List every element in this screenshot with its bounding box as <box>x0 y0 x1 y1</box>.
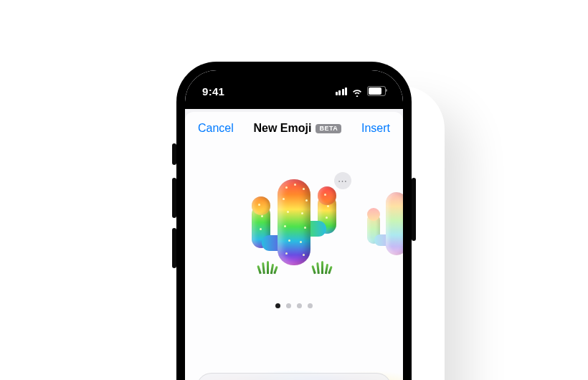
page-dot[interactable] <box>286 303 291 308</box>
emoji-preview-1[interactable] <box>244 174 344 281</box>
page-dots[interactable] <box>275 303 313 308</box>
sheet-title-wrap: New Emoji BETA <box>254 122 342 135</box>
emoji-preview-2[interactable] <box>364 189 403 268</box>
beta-badge: BETA <box>316 124 341 133</box>
side-button <box>172 143 176 165</box>
page-dot[interactable] <box>275 303 280 308</box>
sheet-navbar: Cancel New Emoji BETA Insert <box>185 112 403 142</box>
side-button <box>412 178 416 241</box>
wifi-icon <box>351 87 363 95</box>
sheet-title: New Emoji <box>254 122 312 135</box>
insert-button[interactable]: Insert <box>361 122 390 135</box>
side-button <box>172 178 176 218</box>
page-dot[interactable] <box>297 303 302 308</box>
phone-screen: 9:41 Cancel New Emoji BETA Insert ⋯ <box>185 70 403 380</box>
page-dot[interactable] <box>308 303 313 308</box>
dynamic-island <box>258 80 330 102</box>
emoji-carousel[interactable]: ⋯ <box>185 159 403 317</box>
cancel-button[interactable]: Cancel <box>198 122 234 135</box>
side-button <box>172 228 176 268</box>
cellular-icon <box>336 87 348 95</box>
prompt-bar[interactable]: Rainbow cactus <box>196 373 392 380</box>
new-emoji-sheet: Cancel New Emoji BETA Insert ⋯ <box>185 112 403 380</box>
battery-icon <box>367 86 386 96</box>
